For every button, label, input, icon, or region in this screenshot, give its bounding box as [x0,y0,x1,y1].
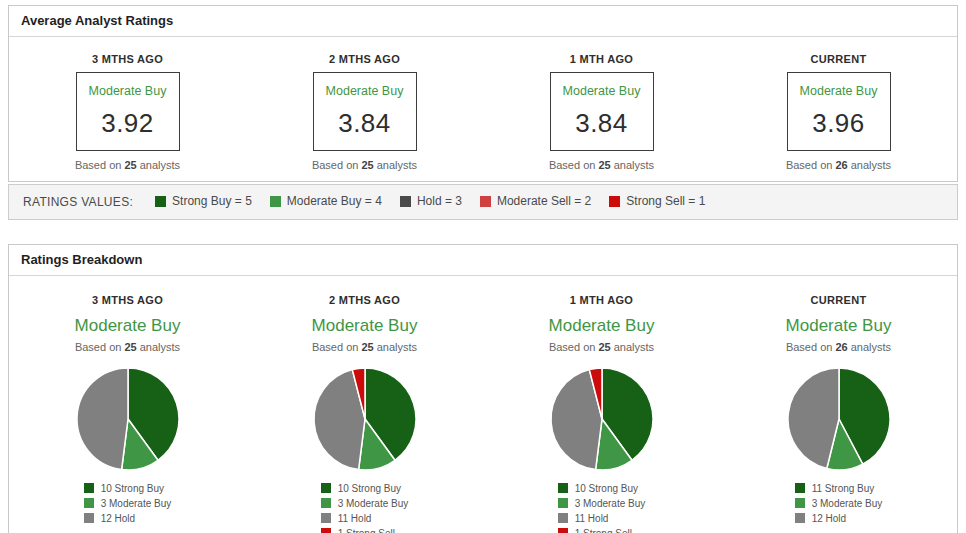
legend-color-swatch [609,196,620,207]
legend-label: 10 Strong Buy [101,483,164,494]
based-suffix: analysts [377,341,417,353]
based-prefix: Based on [75,341,121,353]
pie-legend-item: 10 Strong Buy [558,483,646,494]
pie-legend-item: 12 Hold [84,513,172,524]
period-label: 3 MTHS AGO [9,53,246,65]
based-on-text: Based on 25 analysts [246,159,483,171]
analyst-count: 25 [361,159,373,171]
based-on-text: Based on 26 analysts [720,159,957,171]
legend-color-swatch [84,483,94,493]
legend-color-swatch [321,528,331,533]
analyst-count: 26 [835,341,847,353]
based-prefix: Based on [786,341,832,353]
avg-rating-column: 1 MTH AGO Moderate Buy 3.84 Based on 25 … [483,53,720,171]
legend-color-swatch [558,513,568,523]
based-on-text: Based on 25 analysts [9,159,246,171]
consensus-rating-label: Moderate Buy [246,316,483,336]
legend-label: Hold = 3 [417,194,462,208]
pie-legend-item: 11 Hold [321,513,409,524]
legend-label: 11 Hold [575,513,609,524]
pie-legend-item: 3 Moderate Buy [321,498,409,509]
legend-label: Strong Buy = 5 [172,194,252,208]
ratings-values-strip: RATINGS VALUES: Strong Buy = 5Moderate B… [8,184,958,220]
breakdown-column: 2 MTHS AGO Moderate Buy Based on 25 anal… [246,294,483,533]
pie-legend-item: 1 Strong Sell [558,528,646,533]
legend-color-swatch [270,196,281,207]
based-prefix: Based on [549,341,595,353]
pie-legend: 10 Strong Buy3 Moderate Buy11 Hold1 Stro… [558,479,646,533]
legend-label: 1 Strong Sell [338,528,395,533]
rating-score: 3.96 [812,108,865,139]
consensus-rating-label: Moderate Buy [89,84,167,98]
pie-legend-item: 3 Moderate Buy [558,498,646,509]
consensus-rating-label: Moderate Buy [326,84,404,98]
legend-color-swatch [795,483,805,493]
pie-legend-item: 3 Moderate Buy [84,498,172,509]
ratings-value-legend-item: Moderate Sell = 2 [480,194,591,208]
consensus-rating-label: Moderate Buy [720,316,957,336]
legend-color-swatch [558,528,568,533]
legend-color-swatch [321,498,331,508]
consensus-rating-label: Moderate Buy [800,84,878,98]
based-prefix: Based on [75,159,121,171]
legend-color-swatch [795,498,805,508]
legend-color-swatch [84,498,94,508]
legend-label: 12 Hold [812,513,846,524]
legend-label: 10 Strong Buy [575,483,638,494]
legend-label: 3 Moderate Buy [101,498,172,509]
analyst-count: 26 [835,159,847,171]
avg-rating-column: 2 MTHS AGO Moderate Buy 3.84 Based on 25… [246,53,483,171]
legend-color-swatch [400,196,411,207]
based-prefix: Based on [312,341,358,353]
based-suffix: analysts [614,341,654,353]
rating-score: 3.84 [338,108,391,139]
breakdown-column: 1 MTH AGO Moderate Buy Based on 25 analy… [483,294,720,533]
pie-legend-item: 3 Moderate Buy [795,498,883,509]
ratings-values-items: Strong Buy = 5Moderate Buy = 4Hold = 3Mo… [155,194,723,210]
ratings-breakdown-panel: Ratings Breakdown 3 MTHS AGO Moderate Bu… [8,244,958,533]
average-ratings-body: 3 MTHS AGO Moderate Buy 3.92 Based on 25… [9,37,957,181]
legend-label: Moderate Buy = 4 [287,194,382,208]
ratings-breakdown-body: 3 MTHS AGO Moderate Buy Based on 25 anal… [9,276,957,533]
based-suffix: analysts [377,159,417,171]
period-label: CURRENT [720,53,957,65]
period-label: 2 MTHS AGO [246,53,483,65]
period-label: 3 MTHS AGO [9,294,246,306]
ratings-value-legend-item: Strong Sell = 1 [609,194,705,208]
pie-legend: 11 Strong Buy3 Moderate Buy12 Hold [795,479,883,528]
legend-color-swatch [321,513,331,523]
legend-label: Moderate Sell = 2 [497,194,591,208]
period-label: 2 MTHS AGO [246,294,483,306]
legend-label: 3 Moderate Buy [812,498,883,509]
avg-rating-column: CURRENT Moderate Buy 3.96 Based on 26 an… [720,53,957,171]
based-on-text: Based on 25 analysts [483,159,720,171]
rating-score: 3.92 [101,108,154,139]
pie-legend-item: 11 Hold [558,513,646,524]
ratings-values-label: RATINGS VALUES: [23,195,133,209]
period-label: 1 MTH AGO [483,294,720,306]
period-label: 1 MTH AGO [483,53,720,65]
legend-color-swatch [84,513,94,523]
pie-chart [786,366,892,472]
pie-chart [549,366,655,472]
consensus-rating-label: Moderate Buy [9,316,246,336]
legend-label: 1 Strong Sell [575,528,632,533]
ratings-value-legend-item: Strong Buy = 5 [155,194,252,208]
pie-legend-item: 12 Hold [795,513,883,524]
ratings-value-legend-item: Hold = 3 [400,194,462,208]
legend-label: 12 Hold [101,513,135,524]
legend-label: 3 Moderate Buy [338,498,409,509]
analyst-count: 25 [124,341,136,353]
based-on-text: Based on 25 analysts [246,341,483,353]
based-on-text: Based on 25 analysts [9,341,246,353]
based-prefix: Based on [549,159,595,171]
analyst-count: 25 [124,159,136,171]
pie-chart [312,366,418,472]
legend-color-swatch [558,483,568,493]
based-suffix: analysts [614,159,654,171]
pie-chart [75,366,181,472]
pie-legend-item: 1 Strong Sell [321,528,409,533]
legend-label: 10 Strong Buy [338,483,401,494]
breakdown-column: 3 MTHS AGO Moderate Buy Based on 25 anal… [9,294,246,533]
panel-title: Ratings Breakdown [9,245,957,276]
